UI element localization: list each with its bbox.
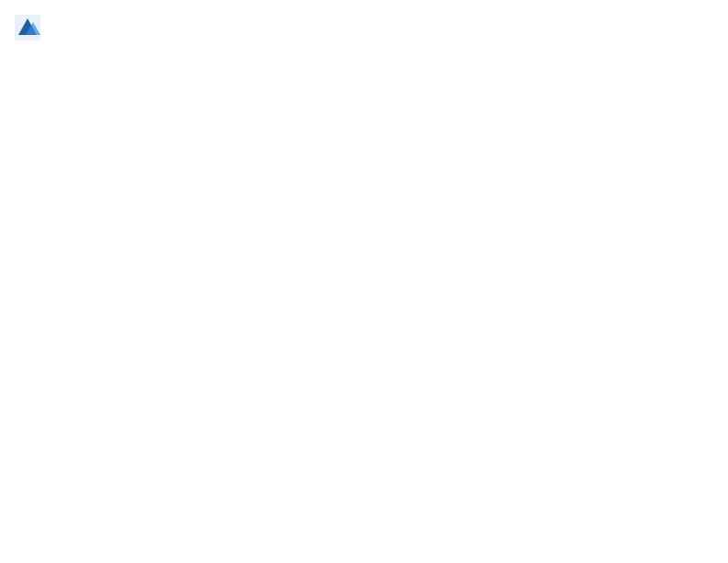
logo-icon xyxy=(15,15,40,40)
logo xyxy=(15,15,44,40)
page-header xyxy=(15,15,713,40)
